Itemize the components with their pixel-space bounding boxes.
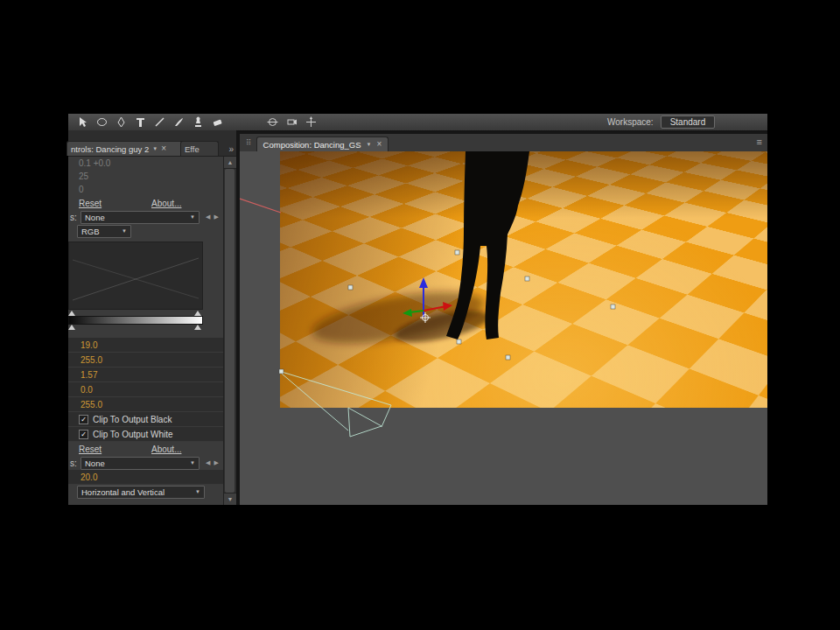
- composition-tabbar: ⠿ Composition: Dancing_GS ▼ × ≡: [240, 134, 767, 152]
- ellipse-tool-icon[interactable]: [94, 116, 109, 129]
- clip-white-checkbox[interactable]: ✓: [79, 430, 88, 439]
- dimensions-dropdown-value: Horizontal and Vertical: [81, 487, 164, 497]
- reset-link-2[interactable]: Reset: [79, 444, 151, 454]
- panel-menu-icon[interactable]: ≡: [757, 136, 762, 147]
- tool-group-main: [68, 116, 225, 129]
- composition-panel: ⠿ Composition: Dancing_GS ▼ × ≡: [240, 134, 767, 505]
- tab-effects-partial[interactable]: Effe: [180, 141, 219, 156]
- clip-white-label: Clip To Output White: [93, 430, 173, 439]
- effect-controls-content: 0.1 +0.0 25 0 Reset About... s: None ▼ ◀…: [68, 157, 224, 505]
- mask-row-2: s: None ▼ ◀▶: [68, 456, 224, 470]
- effect-controls-tabbar: ntrols: Dancing guy 2 ▼ × Effe »: [68, 130, 236, 157]
- levels-gradient-ramp: [68, 316, 203, 325]
- mask-dropdown-2-value: None: [85, 458, 105, 468]
- workspace-dropdown[interactable]: Standard: [661, 116, 716, 129]
- scrollbar-thumb[interactable]: [225, 169, 234, 493]
- channel-row: RGB ▼: [68, 224, 224, 238]
- tab-overflow-icon[interactable]: »: [228, 144, 234, 154]
- line-tool-icon[interactable]: [152, 116, 167, 129]
- input-white-value[interactable]: 255.0: [68, 353, 224, 368]
- pen-tool-icon[interactable]: [114, 116, 129, 129]
- tab-title: Composition: Dancing_GS: [263, 140, 361, 150]
- dimensions-dropdown[interactable]: Horizontal and Vertical ▼: [77, 486, 205, 499]
- chevron-down-icon: ▼: [122, 228, 127, 234]
- workspace-label: Workspace:: [607, 117, 654, 127]
- brush-tool-icon[interactable]: [172, 116, 186, 129]
- tab-title: ntrols: Dancing guy 2: [71, 144, 149, 154]
- tab-effect-controls[interactable]: ntrols: Dancing guy 2 ▼ ×: [66, 141, 186, 156]
- motion-path-segment: [240, 199, 281, 213]
- viewer-pasteboard[interactable]: [240, 151, 767, 505]
- wireframe-triangle: [348, 408, 382, 437]
- input-white-slider[interactable]: [194, 311, 201, 316]
- tool-group-camera: [258, 116, 318, 129]
- levels-histogram[interactable]: [68, 242, 203, 310]
- histogram-trace: [69, 242, 202, 309]
- clip-black-label: Clip To Output Black: [93, 415, 172, 424]
- close-icon[interactable]: ×: [377, 140, 382, 149]
- mask-dropdown[interactable]: None ▼: [80, 211, 200, 224]
- chevron-down-icon: ▼: [195, 489, 200, 494]
- mask-label-2: s:: [68, 458, 80, 468]
- tab-composition[interactable]: Composition: Dancing_GS ▼ ×: [256, 136, 389, 151]
- clip-black-checkbox[interactable]: ✓: [79, 415, 88, 424]
- input-black-value[interactable]: 19.0: [68, 338, 224, 353]
- tool-bar: Workspace: Standard: [68, 114, 767, 131]
- scroll-up-icon[interactable]: ▲: [224, 157, 236, 169]
- about-link-2[interactable]: About...: [151, 444, 181, 454]
- blurriness-value[interactable]: 20.0: [68, 470, 224, 485]
- app-window: Workspace: Standard ntrols: Dancing guy …: [68, 114, 767, 505]
- clone-stamp-tool-icon[interactable]: [191, 116, 206, 129]
- pan-camera-icon[interactable]: [304, 116, 318, 129]
- chevron-down-icon[interactable]: ▼: [367, 142, 372, 147]
- property-value-dim[interactable]: 0: [68, 183, 224, 196]
- dimensions-row: Horizontal and Vertical ▼: [68, 485, 224, 499]
- mask-label: s:: [68, 213, 80, 222]
- orbit-camera-icon[interactable]: [265, 116, 280, 129]
- input-levels-sliders[interactable]: [68, 310, 203, 316]
- reset-link[interactable]: Reset: [79, 199, 151, 208]
- mask-dropdown-value: None: [85, 213, 105, 222]
- mask-row: s: None ▼ ◀▶: [68, 210, 224, 224]
- eraser-tool-icon[interactable]: [210, 116, 225, 129]
- close-icon[interactable]: ×: [161, 144, 166, 153]
- mask-dropdown-2[interactable]: None ▼: [80, 457, 200, 470]
- screen: Workspace: Standard ntrols: Dancing guy …: [0, 0, 840, 630]
- workspace-selector: Workspace: Standard: [607, 114, 715, 130]
- chevron-down-icon[interactable]: ▼: [152, 146, 158, 151]
- scroll-down-icon[interactable]: ▼: [224, 493, 236, 505]
- property-value-dim[interactable]: 0.1 +0.0: [68, 157, 224, 170]
- property-value-dim[interactable]: 25: [68, 170, 224, 183]
- channel-dropdown[interactable]: RGB ▼: [77, 225, 131, 238]
- panel-scrollbar[interactable]: ▲ ▼: [223, 157, 236, 505]
- input-black-slider[interactable]: [68, 311, 75, 316]
- effect-header-row: Reset About...: [68, 196, 224, 210]
- panel-grip-icon[interactable]: ⠿: [246, 138, 252, 147]
- output-white-value[interactable]: 255.0: [68, 397, 224, 412]
- chevron-down-icon: ▼: [190, 214, 195, 220]
- chevron-down-icon: ▼: [190, 460, 195, 466]
- mask-spinner-2[interactable]: ◀▶: [206, 459, 222, 466]
- mask-spinner[interactable]: ◀▶: [206, 214, 222, 220]
- gamma-value[interactable]: 1.57: [68, 368, 224, 382]
- clip-black-row: ✓ Clip To Output Black: [68, 412, 224, 427]
- selection-tool-icon[interactable]: [75, 116, 90, 129]
- tab-title: Effe: [185, 144, 200, 154]
- output-levels-sliders[interactable]: [68, 325, 203, 331]
- about-link[interactable]: About...: [151, 199, 181, 208]
- type-tool-icon[interactable]: [133, 116, 148, 129]
- output-black-slider[interactable]: [68, 325, 75, 330]
- effect-controls-panel: ntrols: Dancing guy 2 ▼ × Effe » 0.1 +0.…: [68, 130, 236, 505]
- effect-header-row-2: Reset About...: [68, 442, 224, 456]
- output-white-slider[interactable]: [194, 325, 201, 330]
- track-camera-icon[interactable]: [284, 116, 299, 129]
- clip-white-row: ✓ Clip To Output White: [68, 427, 224, 442]
- composition-canvas[interactable]: [280, 151, 767, 408]
- channel-dropdown-value: RGB: [81, 227, 100, 236]
- checkerboard-floor: [280, 151, 767, 388]
- output-black-value[interactable]: 0.0: [68, 382, 224, 397]
